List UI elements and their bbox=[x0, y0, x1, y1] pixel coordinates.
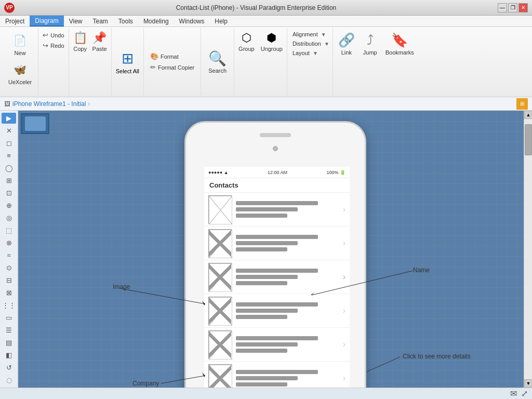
sidebar-tool-wave[interactable]: ≈ bbox=[2, 250, 16, 261]
select-all-group: ⊞ Select All bbox=[112, 28, 144, 96]
copy-button[interactable]: 📋 Copy bbox=[71, 30, 89, 53]
svg-line-4 bbox=[209, 230, 232, 258]
menu-item-tools[interactable]: Tools bbox=[113, 16, 138, 26]
breadcrumb-path[interactable]: iPhone Wireframe1 - Initial bbox=[12, 100, 86, 108]
group-button[interactable]: ⬡ Group bbox=[236, 30, 257, 53]
svg-line-14 bbox=[209, 331, 232, 360]
menu-item-project[interactable]: Project bbox=[0, 16, 30, 26]
contact-chevron-2[interactable]: › bbox=[343, 238, 345, 248]
sidebar-tool-rotate[interactable]: ↺ bbox=[2, 362, 16, 373]
menu-item-modeling[interactable]: Modeling bbox=[138, 16, 174, 26]
sidebar-tool-minusbox[interactable]: ⊟ bbox=[2, 275, 16, 286]
sidebar-tool-dashedcircle[interactable]: ◌ bbox=[2, 375, 16, 385]
sidebar-tool-menu[interactable]: ☰ bbox=[2, 325, 16, 336]
contact-row-4[interactable]: › bbox=[204, 294, 350, 328]
iphone-frame: ●●●●● ▲ 12:00 AM 100% 🔋 Contacts bbox=[179, 121, 371, 388]
redo-button[interactable]: ↪ Redo bbox=[41, 41, 66, 50]
contact-chevron-1[interactable]: › bbox=[343, 205, 345, 214]
phone-status-bar: ●●●●● ▲ 12:00 AM 100% 🔋 bbox=[204, 167, 350, 178]
format-label: Format bbox=[161, 54, 179, 60]
contact-chevron-4[interactable]: › bbox=[343, 306, 345, 315]
canvas[interactable]: ●●●●● ▲ 12:00 AM 100% 🔋 Contacts bbox=[18, 111, 524, 388]
sidebar-tool-dotcircle[interactable]: ⊙ bbox=[2, 262, 16, 273]
sidebar-tool-rect[interactable]: ◻ bbox=[2, 138, 16, 149]
contact-line-jobtitle-6 bbox=[236, 382, 287, 387]
app-icon: VP bbox=[4, 3, 15, 13]
sidebar-tool-grid[interactable]: ⊞ bbox=[2, 175, 16, 186]
layout-chevron: ▼ bbox=[313, 50, 318, 56]
new-button[interactable]: 📄 New bbox=[9, 30, 32, 58]
undo-button[interactable]: ↩ Undo bbox=[41, 30, 66, 40]
sidebar-tool-rect2[interactable]: ▭ bbox=[2, 312, 16, 323]
contact-chevron-5[interactable]: › bbox=[343, 340, 345, 349]
sidebar-tool-halfbox[interactable]: ◧ bbox=[2, 350, 16, 361]
main-area: ▶ ✕ ◻ ≡ ◯ ⊞ ⊡ ⊕ ◎ ⬚ ⊗ ≈ ⊙ ⊟ ⊠ ⋮⋮ ▭ ☰ ▤ ◧… bbox=[0, 111, 532, 388]
sidebar-tool-xbox[interactable]: ⊠ bbox=[2, 287, 16, 298]
ungroup-label: Ungroup bbox=[261, 46, 283, 52]
expand-icon[interactable]: ⤢ bbox=[521, 389, 528, 398]
sidebar-tool-add[interactable]: ⊕ bbox=[2, 200, 16, 211]
overview-button[interactable]: ⊞ bbox=[516, 98, 528, 110]
sidebar-tool-lines[interactable]: ≡ bbox=[2, 150, 16, 161]
search-button[interactable]: 🔍 Search bbox=[205, 48, 230, 76]
contact-line-company-6 bbox=[236, 376, 298, 380]
menu-item-windows[interactable]: Windows bbox=[174, 16, 210, 26]
contact-lines-4 bbox=[236, 302, 339, 319]
contact-row-1[interactable]: › bbox=[204, 193, 350, 227]
breadcrumb-bar: 🖼 iPhone Wireframe1 - Initial › ⊞ bbox=[0, 97, 532, 111]
contact-row-2[interactable]: › bbox=[204, 227, 350, 260]
minimize-button[interactable]: — bbox=[498, 3, 507, 12]
select-all-label: Select All bbox=[116, 68, 139, 74]
window-title: Contact-List (iPhone) - Visual Paradigm … bbox=[15, 4, 498, 11]
contact-chevron-3[interactable]: › bbox=[343, 272, 345, 282]
phone-screen[interactable]: ●●●●● ▲ 12:00 AM 100% 🔋 Contacts bbox=[204, 167, 350, 388]
sidebar-tool-frame[interactable]: ⬚ bbox=[2, 225, 16, 236]
close-button[interactable]: ✕ bbox=[518, 3, 528, 12]
sidebar-tool-box[interactable]: ⊡ bbox=[2, 188, 16, 198]
link-button[interactable]: 🔗 Link bbox=[335, 30, 358, 58]
format-copier-label: Format Copier bbox=[158, 64, 194, 71]
battery-indicator: 100% 🔋 bbox=[326, 170, 345, 175]
format-copier-button[interactable]: ✏ Format Copier bbox=[148, 62, 196, 72]
distribution-button[interactable]: Distribution bbox=[290, 39, 323, 48]
menu-item-team[interactable]: Team bbox=[88, 16, 113, 26]
contact-row-6[interactable]: › bbox=[204, 362, 350, 388]
email-icon[interactable]: ✉ bbox=[510, 389, 517, 398]
sidebar-tool-cursor[interactable]: ✕ bbox=[2, 125, 16, 136]
sidebar-tool-list[interactable]: ▤ bbox=[2, 337, 16, 348]
contact-row-5[interactable]: › bbox=[204, 328, 350, 362]
contact-row-3[interactable]: › bbox=[204, 260, 350, 294]
menu-item-help[interactable]: Help bbox=[209, 16, 233, 26]
uexceler-button[interactable]: 🦋 UeXceler bbox=[5, 59, 35, 87]
restore-button[interactable]: ❐ bbox=[508, 3, 517, 12]
contact-chevron-6[interactable]: › bbox=[343, 374, 345, 383]
alignment-button[interactable]: Alignment bbox=[290, 30, 320, 38]
format-button[interactable]: 🎨 Format bbox=[148, 51, 196, 61]
right-scrollbar[interactable]: ▲ ▼ bbox=[524, 111, 532, 388]
paste-button[interactable]: 📌 Paste bbox=[90, 30, 109, 53]
select-all-button[interactable]: ⊞ Select All bbox=[114, 48, 141, 76]
copy-icon: 📋 bbox=[73, 31, 87, 45]
contact-line-company-5 bbox=[236, 342, 298, 347]
sidebar-tool-target[interactable]: ◎ bbox=[2, 212, 16, 223]
svg-line-11 bbox=[209, 297, 232, 326]
scroll-up-button[interactable]: ▲ bbox=[524, 111, 532, 119]
bookmarks-button[interactable]: 🔖 Bookmarks bbox=[382, 30, 417, 58]
sidebar-tool-circle[interactable]: ◯ bbox=[2, 163, 16, 174]
bookmarks-label: Bookmarks bbox=[385, 49, 414, 56]
svg-line-26 bbox=[367, 357, 400, 371]
scroll-down-button[interactable]: ▼ bbox=[524, 379, 532, 388]
diagram-thumbnail[interactable] bbox=[21, 113, 49, 134]
menu-item-view[interactable]: View bbox=[64, 16, 88, 26]
sidebar-tool-play[interactable]: ▶ bbox=[2, 113, 16, 124]
ungroup-button[interactable]: ⬢ Ungroup bbox=[259, 30, 285, 53]
breadcrumb-icon: 🖼 bbox=[4, 100, 10, 108]
menu-item-diagram[interactable]: Diagram bbox=[30, 16, 63, 26]
scroll-track[interactable] bbox=[524, 119, 532, 379]
sidebar-tool-cancel[interactable]: ⊗ bbox=[2, 237, 16, 248]
sidebar-tool-ellipsis[interactable]: ⋮⋮ bbox=[2, 300, 16, 311]
scroll-thumb[interactable] bbox=[525, 124, 532, 155]
svg-line-17 bbox=[209, 365, 232, 388]
layout-button[interactable]: Layout bbox=[290, 49, 312, 57]
jump-button[interactable]: ⤴ Jump bbox=[360, 30, 380, 58]
